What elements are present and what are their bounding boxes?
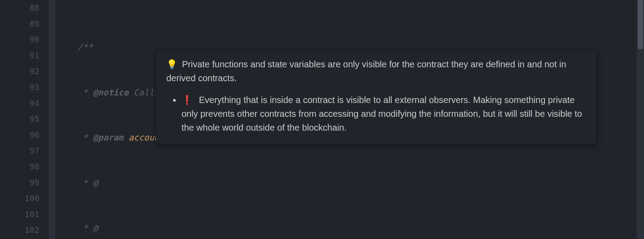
comment: * @ [78, 178, 98, 188]
line-number: 89 [0, 16, 39, 32]
comment: * [78, 87, 93, 97]
hover-lead: 💡Private functions and state variables a… [166, 58, 586, 85]
line-number: 97 [0, 143, 39, 159]
line-number: 99 [0, 175, 39, 191]
line-number: 90 [0, 32, 39, 48]
scrollbar-thumb[interactable] [638, 0, 643, 49]
line-number: 92 [0, 63, 39, 79]
line-number: 100 [0, 190, 39, 206]
line-number: 98 [0, 159, 39, 175]
hover-bullet: ❗Everything that is inside a contract is… [182, 93, 586, 135]
line-number: 96 [0, 127, 39, 143]
comment: * @ [78, 223, 98, 233]
comment: * [78, 132, 93, 142]
jsdoc-tag: @notice [93, 87, 128, 97]
hover-bullet-text: Everything that is inside a contract is … [182, 95, 582, 132]
comment [124, 132, 128, 142]
hover-lead-text: Private functions and state variables ar… [166, 59, 566, 83]
line-number: 95 [0, 111, 39, 127]
code-area[interactable]: /** * @notice Calls the function with se… [55, 0, 644, 239]
code-editor[interactable]: 888990919293949596979899100101102 /** * … [0, 0, 644, 239]
code-line: * @ [58, 175, 644, 191]
line-number: 101 [0, 206, 39, 223]
warning-icon: ❗ [182, 95, 193, 105]
lightbulb-icon: 💡 [166, 59, 178, 69]
jsdoc-tag: @param [93, 132, 124, 142]
code-line: * @ [58, 220, 644, 236]
vertical-scrollbar[interactable] [637, 0, 644, 239]
comment: /** [78, 42, 93, 52]
line-number-gutter: 888990919293949596979899100101102 [0, 0, 49, 239]
hover-tooltip[interactable]: 💡Private functions and state variables a… [156, 50, 597, 144]
line-number: 94 [0, 95, 39, 111]
fold-indicator-strip[interactable] [49, 0, 55, 239]
line-number: 91 [0, 48, 39, 64]
line-number: 102 [0, 222, 39, 238]
line-number: 88 [0, 0, 39, 16]
hover-list: ❗Everything that is inside a contract is… [166, 93, 586, 135]
line-number: 93 [0, 79, 39, 95]
